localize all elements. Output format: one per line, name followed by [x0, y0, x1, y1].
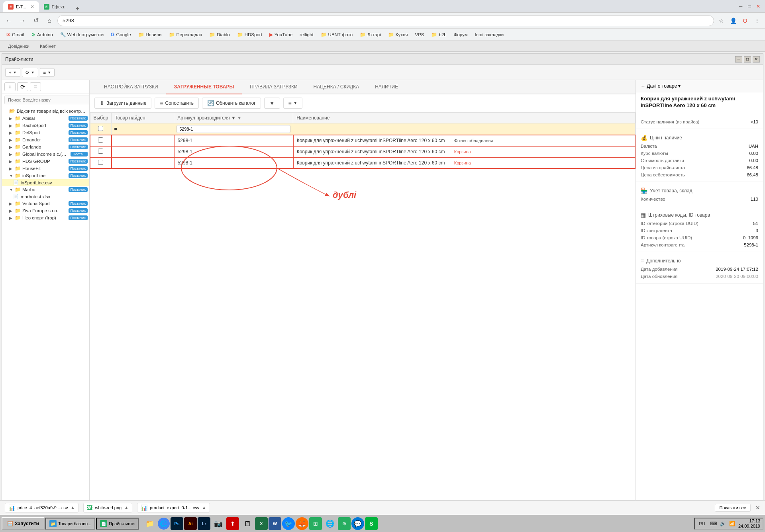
taskbar-app-vpn[interactable]: 🌐: [323, 516, 337, 523]
bookmark-kuhnya[interactable]: 📁 Кухня: [385, 31, 411, 39]
refresh-btn[interactable]: ⟳ ▼: [22, 68, 38, 77]
row-checkbox[interactable]: [98, 160, 103, 165]
menu-btn[interactable]: ≡ ▼: [40, 68, 55, 77]
tab-loaded-goods[interactable]: ЗАГРУЖЕННЫЕ ТОВАРЫ: [166, 80, 242, 94]
tree-file-marbotest[interactable]: 📄 marbotest.xlsx: [2, 193, 89, 200]
tab-close-btn[interactable]: ✕: [30, 4, 34, 10]
barcodes-section-header[interactable]: ▦ Штриховые коды, ID товара: [641, 209, 758, 220]
close-download-bar-btn[interactable]: ✕: [755, 505, 760, 511]
bookmark-others[interactable]: Інші закладки: [472, 31, 507, 38]
checkbox-cell[interactable]: [90, 146, 112, 157]
refresh-btn[interactable]: ↺: [30, 15, 41, 26]
tree-item-delsport[interactable]: ▶ 📁 DelSport Постачик: [2, 129, 89, 136]
app-tab-references[interactable]: Довідники: [3, 43, 34, 50]
row-checkbox[interactable]: [98, 137, 103, 143]
search-input[interactable]: [4, 96, 90, 104]
bookmark-youtube[interactable]: ▶ YouTube: [266, 31, 296, 39]
volume-icon[interactable]: 🔊: [720, 521, 726, 523]
tree-item-emander[interactable]: ▶ 📁 Emander Постачик: [2, 136, 89, 143]
tree-item-abisal[interactable]: ▶ 📁 Abisal Постачик: [2, 115, 89, 122]
profile-btn[interactable]: 👤: [728, 16, 738, 25]
taskbar-app-chrome[interactable]: 🌐: [158, 518, 170, 523]
download-item-2[interactable]: 🖼 white-red.png ▲: [83, 503, 132, 512]
maximize-browser-btn[interactable]: □: [746, 3, 753, 10]
article-search-input[interactable]: [177, 125, 290, 133]
minimize-browser-btn[interactable]: ─: [737, 3, 744, 10]
taskbar-app-word[interactable]: W: [269, 517, 281, 523]
address-bar[interactable]: 5298: [57, 15, 714, 26]
tree-item-housefit[interactable]: ▶ 📁 HouseFit Постачик: [2, 165, 89, 172]
bookmark-ubnt[interactable]: 📁 UBNT фото: [318, 31, 356, 39]
panel-header-label[interactable]: ← Дані о товаре ▾: [641, 83, 681, 89]
add-btn[interactable]: + ▼: [5, 68, 20, 77]
home-btn[interactable]: ⌂: [44, 15, 55, 26]
download-arrow-1[interactable]: ▲: [71, 505, 75, 510]
start-button[interactable]: 🪟 Запустити: [2, 517, 45, 523]
taskbar-app-devtool[interactable]: 🖥: [240, 516, 254, 523]
opera-btn[interactable]: O: [740, 16, 750, 25]
download-arrow-2[interactable]: ▲: [124, 505, 129, 510]
maximize-window-btn[interactable]: □: [744, 56, 751, 63]
forward-btn[interactable]: →: [17, 15, 28, 26]
back-btn[interactable]: ←: [3, 15, 14, 26]
tab-active[interactable]: E Е-Т... ✕: [3, 1, 39, 12]
taskbar-app-firefox[interactable]: 🦊: [296, 517, 308, 523]
close-window-btn[interactable]: ✕: [753, 56, 760, 63]
download-item-1[interactable]: 📊 price_4_aef820a9-9....csv ▲: [5, 503, 78, 512]
additional-section-header[interactable]: ≡ Дополнительно: [641, 255, 758, 266]
network-icon[interactable]: 📶: [729, 521, 735, 523]
checkbox-cell[interactable]: [90, 135, 112, 146]
bookmark-lhtari[interactable]: 📁 Лхтарі: [357, 31, 384, 39]
tree-item-bachasport[interactable]: ▶ 📁 BachaSport Постачик: [2, 122, 89, 129]
taskbar-app-s[interactable]: S: [365, 517, 378, 523]
bookmark-translate[interactable]: 📁 Перекладач: [166, 31, 206, 39]
tree-item-victoriasport[interactable]: ▶ 📁 Victoria Sport Постачик: [2, 200, 89, 207]
sidebar-add-btn[interactable]: +: [4, 82, 16, 91]
bookmark-hdsport[interactable]: 📁 HDSport: [234, 31, 265, 39]
upload-data-btn[interactable]: ⬇ Загрузить данные: [94, 98, 151, 109]
app-tab-cabinet[interactable]: Кабінет: [35, 43, 61, 50]
tree-item-open-all[interactable]: 📂 Відкрити товари від всіх контрагентів: [2, 108, 89, 115]
taskbar-app-filezilla[interactable]: ⬆: [226, 517, 239, 523]
tree-item-globalincome[interactable]: ▶ 📁 Global Income s.c.(Neo Sport) Поста.…: [2, 151, 89, 158]
bookmark-webtools[interactable]: 🔧 Web Інструменти: [57, 31, 107, 39]
taskbar-app-skype[interactable]: 💬: [351, 517, 364, 523]
tab-setup[interactable]: НАСТРОЙКА ЗАГРУЗКИ: [96, 80, 166, 94]
stock-section-header[interactable]: 🏪 Учёт товара, склад: [641, 185, 758, 196]
bookmark-google[interactable]: G Google: [108, 31, 134, 39]
bookmark-vps[interactable]: VPS: [412, 31, 427, 38]
tab-inactive[interactable]: Е Ефект...: [39, 1, 73, 12]
taskbar-app-thunderbird[interactable]: 🐦: [282, 517, 295, 523]
options-btn[interactable]: ≡ ▼: [283, 98, 302, 109]
taskbar-item-pricelist[interactable]: 📄 Прайс-листи: [96, 518, 139, 523]
checkbox-cell[interactable]: [90, 123, 112, 135]
bookmark-diablo[interactable]: 📁 Diablo: [206, 31, 233, 39]
checkbox-cell[interactable]: [90, 157, 112, 168]
taskbar-app-db[interactable]: ⊞: [309, 517, 322, 523]
new-tab-button[interactable]: +: [76, 5, 79, 12]
taskbar-app-lightroom[interactable]: Lr: [198, 517, 210, 523]
tree-item-marbo[interactable]: ▼ 📁 Marbo Постачик: [2, 186, 89, 193]
bookmark-arduino[interactable]: ⚙ Arduino: [28, 31, 56, 39]
prices-section-header[interactable]: 💰 Ціни і наличие: [641, 132, 758, 143]
minimize-window-btn[interactable]: ─: [735, 56, 742, 63]
show-all-downloads-btn[interactable]: Показати все: [715, 504, 751, 512]
tab-markup[interactable]: НАЦЕНКА / СКИДКА: [306, 80, 367, 94]
filter-btn[interactable]: ▼: [264, 98, 280, 109]
match-btn[interactable]: ≡ Сопоставить: [155, 98, 199, 109]
tree-item-garlando[interactable]: ▶ 📁 Garlando Постачик: [2, 143, 89, 151]
taskbar-item-tovary[interactable]: 📁 Товари базово...: [45, 518, 95, 523]
update-catalog-btn[interactable]: 🔄 Обновить каталог: [202, 98, 261, 109]
download-arrow-3[interactable]: ▲: [202, 505, 206, 510]
close-browser-btn[interactable]: ✕: [755, 3, 762, 10]
taskbar-app-folder[interactable]: 📁: [143, 516, 157, 523]
bookmark-news[interactable]: 📁 Новини: [135, 31, 165, 39]
row-checkbox[interactable]: [98, 149, 103, 154]
col-article[interactable]: Артикул производителя ▼ ▼: [174, 113, 293, 123]
bookmark-b2b[interactable]: 📁 b2b: [428, 31, 449, 39]
tab-load-rules[interactable]: ПРАВИЛА ЗАГРУЗКИ: [242, 80, 305, 94]
tab-stock[interactable]: НАЛИЧИЕ: [367, 80, 406, 94]
bookmark-star-btn[interactable]: ☆: [716, 16, 726, 25]
menu-btn[interactable]: ⋮: [752, 16, 762, 25]
language-indicator[interactable]: RU: [697, 521, 707, 523]
